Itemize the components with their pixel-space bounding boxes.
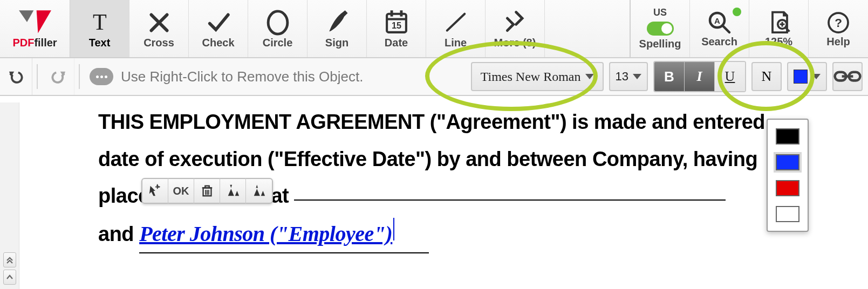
app-logo[interactable]: PDFfiller bbox=[0, 0, 70, 57]
svg-marker-37 bbox=[261, 191, 265, 196]
svg-rect-28 bbox=[205, 186, 209, 188]
color-option-white[interactable] bbox=[776, 206, 799, 222]
zoom-icon bbox=[765, 10, 793, 36]
tool-line-label: Line bbox=[445, 37, 467, 49]
employee-text-input[interactable]: Peter Johnson ("Employee") bbox=[139, 216, 429, 253]
spelling-toggle-icon[interactable] bbox=[647, 22, 674, 36]
tool-help-label: Help bbox=[826, 36, 850, 48]
svg-marker-35 bbox=[256, 185, 258, 188]
tool-sign[interactable]: Sign bbox=[307, 0, 367, 57]
tool-circle-label: Circle bbox=[263, 37, 293, 49]
undo-button[interactable] bbox=[0, 58, 32, 95]
link-button[interactable] bbox=[832, 62, 863, 91]
separator bbox=[37, 64, 38, 89]
tool-more-label: More (8) bbox=[494, 37, 536, 49]
secondary-toolbar: Use Right-Click to Remove this Object. T… bbox=[0, 58, 868, 96]
more-icon bbox=[500, 9, 530, 37]
color-option-red[interactable] bbox=[776, 180, 799, 196]
tool-check[interactable]: Check bbox=[189, 0, 248, 57]
text-color-dropdown[interactable] bbox=[787, 62, 827, 91]
employee-text-value: Peter Johnson ("Employee") bbox=[139, 222, 392, 246]
ok-button[interactable]: OK bbox=[168, 178, 194, 204]
tool-more[interactable]: More (8) bbox=[486, 0, 545, 57]
doc-line-2: date of execution ("Effective Date") by … bbox=[98, 142, 868, 177]
tool-spelling[interactable]: US Spelling bbox=[631, 0, 690, 57]
hint-text: Use Right-Click to Remove this Object. bbox=[121, 68, 363, 85]
tool-text[interactable]: T Text bbox=[70, 0, 129, 57]
tool-zoom-label: 125% bbox=[765, 36, 792, 48]
svg-line-9 bbox=[447, 13, 464, 30]
color-option-black[interactable] bbox=[776, 128, 799, 144]
chevron-up-icon bbox=[5, 273, 14, 281]
vertical-ruler bbox=[0, 102, 19, 289]
hint-message: Use Right-Click to Remove this Object. bbox=[90, 68, 363, 85]
tool-zoom[interactable]: 125% bbox=[749, 0, 809, 57]
svg-marker-24 bbox=[156, 184, 158, 186]
doc-line-4-prefix: and bbox=[98, 223, 139, 245]
doc-line-1: THIS EMPLOYMENT AGREEMENT ("Agreement") … bbox=[98, 105, 868, 140]
font-size-value: 13 bbox=[616, 70, 628, 84]
search-indicator-dot bbox=[733, 8, 741, 16]
circle-icon bbox=[263, 9, 293, 37]
style-group: B I U bbox=[653, 61, 746, 92]
primary-toolbar: PDFfiller T Text Cross Check Circle Sign… bbox=[0, 0, 868, 58]
format-controls: Times New Roman 13 B I U N bbox=[471, 58, 868, 95]
chevron-double-up-icon bbox=[5, 256, 14, 264]
document-area: THIS EMPLOYMENT AGREEMENT ("Agreement") … bbox=[0, 96, 868, 289]
caret-down-icon bbox=[812, 74, 821, 79]
delete-object-button[interactable] bbox=[194, 178, 220, 204]
svg-marker-1 bbox=[36, 10, 51, 33]
tool-cross[interactable]: Cross bbox=[129, 0, 189, 57]
tool-date[interactable]: 15 Date bbox=[367, 0, 426, 57]
tool-line[interactable]: Line bbox=[426, 0, 486, 57]
line-icon bbox=[441, 9, 471, 37]
tool-circle[interactable]: Circle bbox=[248, 0, 307, 57]
tool-text-label: Text bbox=[89, 37, 111, 49]
object-toolbar[interactable]: OK bbox=[141, 178, 273, 204]
link-icon bbox=[833, 68, 862, 85]
tool-search[interactable]: A Search bbox=[690, 0, 749, 57]
underline-button[interactable]: U bbox=[715, 62, 745, 91]
svg-text:T: T bbox=[93, 9, 107, 35]
svg-marker-25 bbox=[158, 186, 160, 188]
document-content[interactable]: THIS EMPLOYMENT AGREEMENT ("Agreement") … bbox=[28, 96, 868, 256]
tool-date-label: Date bbox=[385, 37, 408, 49]
font-size-dropdown[interactable]: 13 bbox=[609, 62, 648, 91]
normal-button[interactable]: N bbox=[751, 62, 782, 91]
move-object-button[interactable] bbox=[142, 178, 168, 204]
toolbar-right-group: US Spelling A Search 125% ? Help bbox=[630, 0, 868, 57]
svg-point-3 bbox=[268, 11, 288, 33]
scroll-up-button[interactable] bbox=[3, 270, 16, 285]
bold-button[interactable]: B bbox=[654, 62, 685, 91]
text-cursor bbox=[393, 218, 394, 240]
tool-spelling-label: Spelling bbox=[639, 38, 681, 50]
scroll-buttons bbox=[3, 252, 16, 285]
separator bbox=[79, 64, 80, 89]
sign-icon bbox=[322, 9, 352, 37]
trash-icon bbox=[200, 184, 214, 198]
tool-help[interactable]: ? Help bbox=[809, 0, 868, 57]
increase-size-button[interactable] bbox=[220, 178, 246, 204]
redo-button[interactable] bbox=[42, 58, 74, 95]
help-icon: ? bbox=[824, 10, 852, 36]
color-picker-popup[interactable] bbox=[767, 119, 809, 232]
doc-line-4: and Peter Johnson ("Employee") bbox=[98, 216, 868, 253]
font-family-dropdown[interactable]: Times New Roman bbox=[471, 62, 604, 91]
undo-redo-group bbox=[0, 58, 74, 95]
italic-button[interactable]: I bbox=[685, 62, 715, 91]
color-option-blue[interactable] bbox=[776, 154, 799, 170]
scroll-up-double-button[interactable] bbox=[3, 252, 16, 267]
svg-marker-32 bbox=[230, 185, 232, 188]
decrease-size-button[interactable] bbox=[246, 178, 272, 204]
text-icon: T bbox=[85, 9, 115, 37]
caret-down-icon bbox=[633, 74, 641, 79]
move-icon bbox=[148, 184, 162, 198]
pdffiller-logo-icon bbox=[17, 9, 53, 36]
svg-rect-7 bbox=[400, 10, 402, 16]
svg-text:?: ? bbox=[835, 16, 842, 29]
current-color-swatch bbox=[794, 70, 808, 84]
svg-marker-33 bbox=[228, 189, 234, 196]
tool-cross-label: Cross bbox=[143, 37, 174, 49]
blank-underline-1[interactable] bbox=[294, 199, 726, 201]
svg-line-11 bbox=[723, 26, 729, 32]
